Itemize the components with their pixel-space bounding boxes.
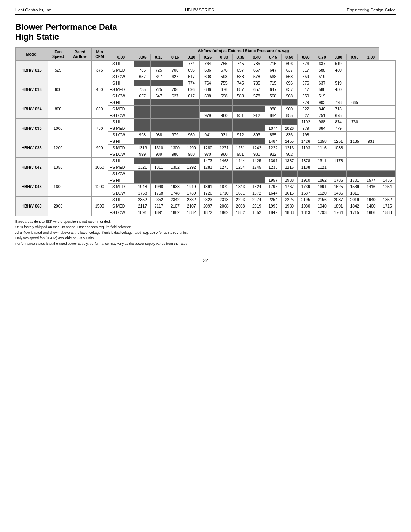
footnotes: Black areas denote ESP where operation i… [15,219,396,246]
data-cell: 617 [298,67,314,73]
col-045: 0.45 [265,54,281,61]
data-cell: 902 [281,151,298,158]
data-cell [265,171,281,177]
data-cell: 798 [330,99,347,106]
data-cell: 1786 [330,177,347,184]
data-cell [134,80,151,86]
data-cell [298,151,314,158]
data-cell: 1872 [199,209,216,216]
fan-speed-cell: 1600 [48,177,68,197]
rated-airflow-header: RatedAirflow [68,48,91,61]
airflow-header: Airflow (cfm) at External Static Pressur… [108,48,379,54]
data-cell: 960 [216,112,232,119]
data-cell: 1038 [330,145,347,151]
data-cell [199,138,216,145]
data-cell: 568 [281,93,298,99]
data-cell: 696 [183,86,200,93]
data-cell: 922 [298,106,314,112]
data-cell [151,80,167,86]
data-cell: 647 [265,67,281,73]
data-cell: 706 [167,67,183,73]
data-cell: 637 [281,67,298,73]
data-cell [330,151,347,158]
data-cell: 735 [134,86,151,93]
data-cell: 2156 [314,197,330,203]
data-cell: 1842 [347,203,363,209]
data-cell [363,73,379,80]
data-cell [363,132,379,138]
speed-name-cell: HS LOW [108,171,134,177]
data-cell [167,80,183,86]
data-cell: 1426 [298,138,314,145]
data-cell [363,86,379,93]
fan-speed-cell: 600 [48,80,68,99]
col-080: 0.80 [330,54,347,61]
data-cell: 970 [199,151,216,158]
data-cell [281,119,298,125]
data-cell: 1473 [199,158,216,164]
data-cell [249,125,265,132]
col-010: 0.10 [151,54,167,61]
data-cell: 1758 [134,190,151,197]
data-cell: 1188 [298,164,314,171]
speed-name-cell: HS MED [108,67,134,73]
data-cell: 1739 [298,184,314,190]
data-cell: 686 [199,86,216,93]
data-cell: 559 [298,93,314,99]
col-025: 0.25 [199,54,216,61]
data-cell [183,99,200,106]
data-cell: 1460 [363,203,379,209]
data-cell: 1254 [379,184,395,190]
data-cell: 1216 [281,164,298,171]
data-cell: 1715 [379,203,395,209]
data-cell: 884 [265,112,281,119]
data-cell [134,61,151,67]
data-cell: 2087 [330,197,347,203]
data-cell: 827 [298,112,314,119]
data-cell [347,86,363,93]
data-cell [379,67,395,73]
data-cell [379,93,395,99]
data-cell: 1235 [265,164,281,171]
data-cell [183,138,200,145]
data-cell: 617 [298,86,314,93]
data-cell [199,106,216,112]
data-cell: 568 [265,93,281,99]
data-cell [167,106,183,112]
data-cell [363,164,379,171]
data-cell [151,119,167,125]
data-cell: 855 [281,112,298,119]
data-cell [151,177,167,184]
speed-name-cell: HS LOW [108,209,134,216]
data-cell [199,171,216,177]
data-cell: 1416 [363,184,379,190]
data-cell: 1852 [249,209,265,216]
data-cell: 647 [265,86,281,93]
data-cell: 2254 [265,197,281,203]
data-cell: 1852 [379,197,395,203]
data-cell: 608 [199,93,216,99]
data-cell [363,151,379,158]
data-cell [379,151,395,158]
data-cell [167,177,183,184]
data-cell [363,80,379,86]
col-040: 0.40 [249,54,265,61]
data-cell: 1251 [330,138,347,145]
data-cell [363,112,379,119]
data-cell: 1999 [265,203,281,209]
data-cell: 1796 [265,184,281,190]
data-cell: 2352 [151,197,167,203]
speed-name-cell: HS HI [108,158,134,164]
data-cell: 1577 [363,177,379,184]
data-cell: 1710 [216,190,232,197]
data-cell: 1588 [379,209,395,216]
data-cell [249,138,265,145]
data-cell: 568 [281,73,298,80]
data-cell [363,158,379,164]
data-cell [363,106,379,112]
data-cell [167,125,183,132]
rated-airflow-cell [68,177,91,197]
data-cell: 1484 [265,138,281,145]
data-cell [363,93,379,99]
data-cell [134,171,151,177]
